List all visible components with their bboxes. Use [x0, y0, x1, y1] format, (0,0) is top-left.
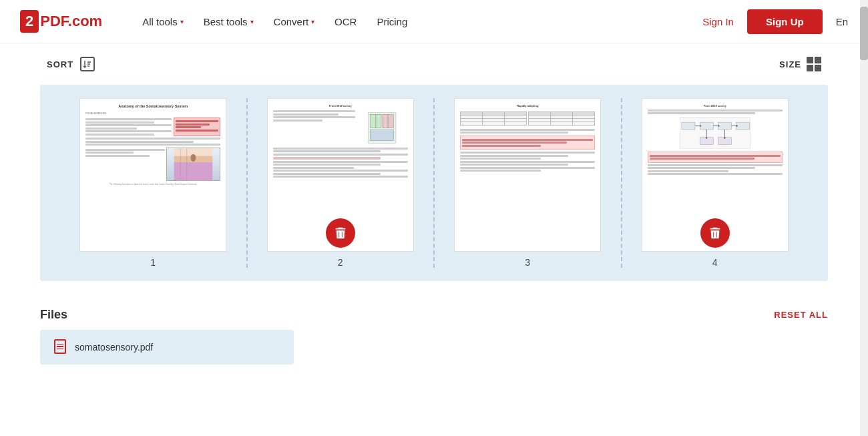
- nav-best-tools[interactable]: Best tools ▾: [204, 16, 254, 27]
- page-item-3: Rapidly adapting: [435, 98, 622, 268]
- files-section: Files RESET ALL somatosensory.pdf: [40, 308, 828, 365]
- sort-icon[interactable]: [80, 57, 95, 71]
- size-grid-icon[interactable]: [807, 57, 821, 71]
- files-header: Files RESET ALL: [40, 308, 828, 322]
- svg-rect-13: [371, 130, 394, 141]
- page-action-button-4[interactable]: [700, 218, 730, 248]
- page-number-3: 3: [525, 257, 530, 268]
- page-thumb-3: Rapidly adapting: [454, 98, 601, 252]
- toolbar: SORT SIZE: [40, 57, 828, 71]
- sort-section: SORT: [47, 57, 95, 71]
- svg-rect-18: [700, 122, 713, 130]
- svg-rect-6: [174, 162, 213, 180]
- page-number-1: 1: [150, 257, 156, 268]
- svg-rect-16: [680, 118, 750, 148]
- scrollbar-thumb[interactable]: [860, 7, 868, 60]
- nav-convert[interactable]: Convert ▾: [274, 16, 315, 27]
- page-content-3: Rapidly adapting: [455, 99, 600, 251]
- nav-ocr[interactable]: OCR: [335, 16, 357, 27]
- all-tools-chevron-icon: ▾: [180, 18, 184, 25]
- sort-label: SORT: [47, 59, 73, 69]
- nav-all-tools[interactable]: All tools ▾: [142, 16, 184, 27]
- nav: All tools ▾ Best tools ▾ Convert ▾ OCR P…: [142, 16, 702, 27]
- page-content-1: Anatomy of the Somatosensory System FROM…: [80, 99, 226, 251]
- page-number-2: 2: [338, 257, 343, 268]
- page-item-2: From 2019 survey: [248, 98, 435, 268]
- svg-rect-20: [736, 122, 750, 130]
- best-tools-chevron-icon: ▾: [250, 18, 254, 25]
- page-action-button-2[interactable]: [326, 218, 355, 248]
- logo-number: 2: [20, 10, 39, 33]
- sign-up-button[interactable]: Sign Up: [747, 9, 823, 34]
- header: 2 PDF.com All tools ▾ Best tools ▾ Conve…: [0, 0, 868, 43]
- svg-rect-19: [718, 122, 731, 130]
- file-item: somatosensory.pdf: [40, 330, 294, 365]
- size-section: SIZE: [779, 57, 821, 71]
- svg-point-9: [191, 154, 196, 162]
- svg-rect-17: [682, 122, 695, 130]
- convert-chevron-icon: ▾: [311, 18, 314, 25]
- delete-icon-2: [708, 226, 722, 240]
- file-icon: [53, 339, 67, 355]
- page-item-1: Anatomy of the Somatosensory System FROM…: [60, 98, 248, 268]
- size-label: SIZE: [779, 59, 801, 69]
- scrollbar[interactable]: [860, 0, 868, 436]
- logo[interactable]: 2 PDF.com: [20, 10, 102, 33]
- main-content: SORT SIZE: [0, 43, 868, 436]
- page-thumb-1: Anatomy of the Somatosensory System FROM…: [79, 98, 226, 252]
- language-selector[interactable]: En: [836, 16, 848, 27]
- pages-container: Anatomy of the Somatosensory System FROM…: [40, 85, 828, 281]
- page-number-4: 4: [712, 257, 718, 268]
- page-item-4: From 2019 survey: [622, 98, 809, 268]
- delete-icon: [333, 226, 348, 240]
- sign-in-button[interactable]: Sign In: [702, 16, 734, 27]
- files-title: Files: [40, 308, 67, 322]
- reset-all-button[interactable]: RESET ALL: [774, 310, 828, 320]
- nav-pricing[interactable]: Pricing: [377, 16, 407, 27]
- logo-domain: PDF.com: [40, 13, 102, 30]
- nav-right: Sign In Sign Up En: [702, 9, 848, 34]
- file-name: somatosensory.pdf: [75, 342, 153, 353]
